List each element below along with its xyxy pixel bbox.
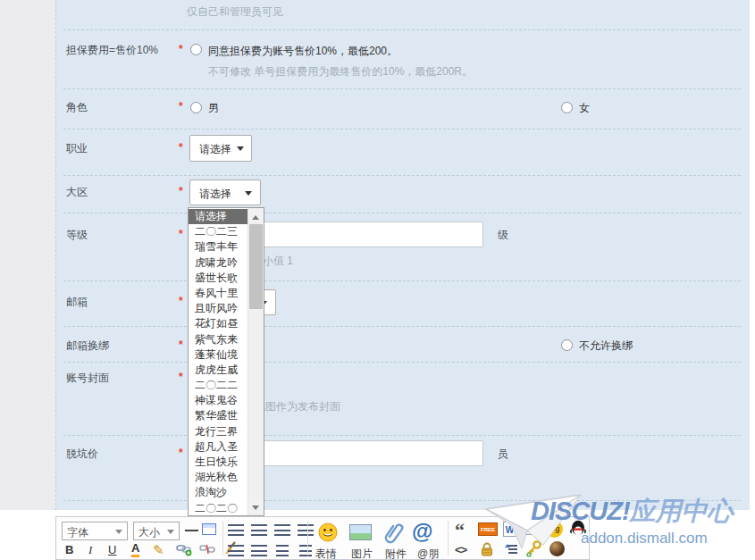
highlight-pen-icon[interactable]: ✎: [153, 542, 164, 558]
dropdown-option[interactable]: 花灯如昼: [189, 316, 248, 331]
required-asterisk: *: [179, 141, 183, 154]
role-male-label: 男: [208, 101, 219, 116]
dropdown-option[interactable]: 瑞雪丰年: [189, 239, 248, 255]
row-divider: [63, 175, 741, 176]
discuz-logo: DISCUZ!应用中心: [531, 494, 734, 530]
region-dropdown: 请选择二〇二三瑞雪丰年虎啸龙吟盛世长歌春风十里且听风吟花灯如昼紫气东来蓬莱仙境虎…: [188, 207, 264, 516]
horizontal-rule-icon[interactable]: [185, 530, 198, 531]
dropdown-option[interactable]: 生日快乐: [189, 455, 248, 470]
table-icon[interactable]: [202, 523, 216, 535]
rebind-deny-radio[interactable]: [561, 339, 573, 351]
attachment-icon[interactable]: [383, 521, 405, 547]
dropdown-option[interactable]: 神谋鬼谷: [189, 393, 248, 408]
underline-button[interactable]: U: [108, 543, 116, 556]
row-divider: [63, 362, 741, 363]
smiley-label[interactable]: 表情: [315, 547, 337, 560]
required-asterisk: *: [179, 339, 183, 351]
align-center-icon[interactable]: [251, 524, 267, 536]
dropdown-option[interactable]: 春风十里: [189, 286, 248, 301]
region-select-value: 请选择: [199, 187, 231, 202]
dropdown-option[interactable]: 浪淘沙: [189, 485, 248, 500]
dropdown-option[interactable]: 请选择: [189, 209, 248, 224]
price-label: 脱坑价: [66, 447, 98, 462]
dropdown-option[interactable]: 二〇二三: [189, 224, 248, 239]
scroll-down-icon[interactable]: [248, 500, 264, 515]
level-unit: 级: [498, 228, 508, 243]
scrollbar-thumb[interactable]: [249, 224, 263, 309]
font-family-select[interactable]: 字体: [62, 522, 128, 540]
dropdown-scrollbar[interactable]: [247, 208, 264, 515]
smiley-icon[interactable]: [317, 522, 339, 547]
image-label[interactable]: 图片: [351, 547, 373, 560]
font-size-select[interactable]: 大小: [133, 522, 180, 540]
guarantee-radio-label: 同意担保费为账号售价10%，最低200。: [208, 44, 398, 59]
discuz-logo-brand: DISCUZ!: [531, 497, 630, 525]
dropdown-option[interactable]: 繁华盛世: [189, 408, 248, 423]
quote-icon[interactable]: “: [455, 519, 465, 542]
remove-link-icon[interactable]: [199, 542, 215, 560]
dropdown-option[interactable]: 紫气东来: [189, 332, 248, 347]
required-asterisk: *: [179, 185, 183, 197]
indent-icon[interactable]: [251, 545, 267, 556]
attachment-label[interactable]: 附件: [385, 547, 407, 560]
dropdown-option[interactable]: 蓬莱仙境: [189, 347, 248, 363]
outdent-icon[interactable]: [228, 545, 244, 556]
image-icon[interactable]: [349, 524, 372, 540]
chevron-down-icon: [115, 530, 122, 538]
required-asterisk: *: [179, 228, 183, 240]
guarantee-radio[interactable]: [190, 44, 202, 55]
dropdown-option[interactable]: 超凡入圣: [189, 439, 248, 455]
required-asterisk: *: [179, 43, 183, 55]
cover-label: 账号封面: [66, 371, 109, 386]
row-divider: [63, 88, 741, 89]
insert-link-icon[interactable]: [176, 542, 192, 560]
price-unit: 员: [498, 447, 508, 462]
dropdown-option[interactable]: 盛世长歌: [189, 271, 248, 286]
font-size-value: 大小: [138, 525, 160, 540]
job-select[interactable]: 请选择: [189, 135, 252, 162]
required-asterisk: *: [179, 100, 183, 113]
region-select[interactable]: 请选择: [189, 180, 261, 205]
dropdown-option[interactable]: 二〇二〇: [189, 501, 248, 515]
scroll-up-icon[interactable]: [248, 208, 264, 223]
dropdown-option[interactable]: 二〇二二: [189, 378, 248, 393]
page-gutter: [0, 0, 55, 510]
at-mention-label[interactable]: @朋: [417, 547, 439, 560]
required-asterisk: *: [179, 371, 183, 383]
email-label: 邮箱: [66, 295, 88, 310]
align-left-icon[interactable]: [228, 524, 244, 536]
dropdown-option[interactable]: 且听风吟: [189, 301, 248, 316]
rebind-deny-label: 不允许换绑: [579, 339, 633, 354]
font-family-value: 字体: [67, 525, 88, 540]
level-label: 等级: [66, 228, 88, 243]
dropdown-option[interactable]: 虎虎生威: [189, 363, 248, 378]
screen: 仅自己和管理员可见 担保费用=售价10% * 同意担保费为账号售价10%，最低2…: [0, 0, 755, 560]
align-right-icon[interactable]: [274, 524, 290, 536]
italic-button[interactable]: I: [88, 543, 92, 557]
row-divider: [63, 129, 741, 130]
dropdown-option[interactable]: 龙行三界: [189, 424, 248, 439]
role-female-label: 女: [579, 101, 590, 116]
at-mention-icon[interactable]: @: [412, 519, 432, 544]
visibility-hint: 仅自己和管理员可见: [187, 4, 283, 20]
row-divider: [63, 280, 741, 281]
addon-domain-text: addon.dismall.com: [581, 530, 708, 547]
row-divider: [63, 213, 741, 213]
discuz-logo-suffix: 应用中心: [630, 497, 734, 525]
role-male-radio[interactable]: [190, 102, 202, 113]
dropdown-option[interactable]: 虎啸龙吟: [189, 255, 248, 271]
chevron-down-icon: [245, 191, 252, 199]
chevron-down-icon: [167, 530, 174, 538]
guarantee-hint: 不可修改 单号担保费用为最终售价的10%，最低200R。: [208, 64, 473, 79]
region-label: 大区: [66, 185, 88, 200]
align-justify-icon[interactable]: [298, 524, 314, 536]
row-divider: [63, 29, 741, 30]
ordered-list-icon[interactable]: [276, 545, 289, 556]
code-icon[interactable]: <>: [455, 543, 466, 556]
font-color-button[interactable]: A: [131, 541, 139, 557]
role-female-radio[interactable]: [561, 102, 573, 113]
unordered-list-icon[interactable]: [299, 545, 312, 556]
required-asterisk: *: [179, 295, 183, 307]
dropdown-option[interactable]: 湖光秋色: [189, 470, 248, 485]
bold-button[interactable]: B: [65, 543, 73, 556]
